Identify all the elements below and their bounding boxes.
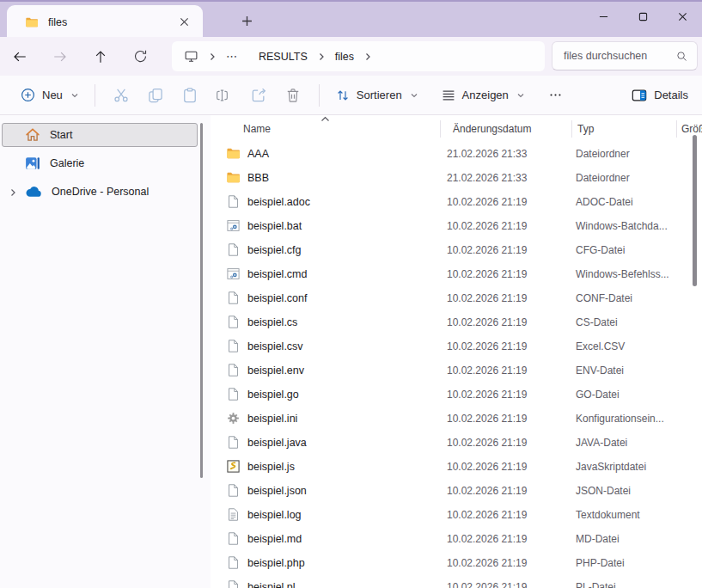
file-row[interactable]: beispiel.java10.02.2026 21:19JAVA-Datei — [211, 431, 702, 455]
search-box[interactable] — [552, 41, 698, 70]
folder-tab-icon — [25, 15, 39, 29]
file-name: beispiel.log — [247, 509, 302, 521]
breadcrumb[interactable]: ⋯ RESULTS files — [172, 41, 545, 71]
breadcrumb-item-results[interactable]: RESULTS — [259, 51, 308, 63]
close-button[interactable] — [662, 2, 702, 31]
sort-button-label: Sortieren — [357, 89, 402, 101]
file-row[interactable]: beispiel.php10.02.2026 21:19PHP-Datei — [211, 551, 702, 575]
file-row[interactable]: beispiel.ini10.02.2026 21:19Konfiguratio… — [211, 407, 702, 431]
view-list-icon — [441, 88, 456, 103]
sidebar-item-label: Galerie — [50, 157, 84, 169]
chevron-right-icon — [363, 52, 372, 61]
new-button-label: Neu — [42, 89, 63, 101]
breadcrumb-overflow-button[interactable]: ⋯ — [226, 50, 238, 63]
more-options-button[interactable] — [539, 82, 573, 109]
file-type: Textdokument — [576, 509, 640, 521]
file-row[interactable]: beispiel.adoc10.02.2026 21:19ADOC-Datei — [211, 190, 702, 214]
details-pane-button[interactable]: Details — [624, 82, 702, 109]
column-separator[interactable] — [440, 120, 441, 138]
sidebar-item-onedrive-personal[interactable]: OneDrive - Personal — [2, 180, 198, 204]
batch-icon — [226, 218, 241, 233]
file-name: beispiel.bat — [247, 220, 302, 232]
file-modified-date: 10.02.2026 21:19 — [447, 268, 527, 280]
toolbar-divider — [95, 84, 95, 107]
file-modified-date: 10.02.2026 21:19 — [447, 509, 527, 521]
file-icon — [226, 339, 241, 353]
file-name: beispiel.env — [247, 364, 304, 377]
new-tab-button[interactable] — [236, 10, 257, 31]
file-type: JAVA-Datei — [576, 437, 627, 449]
tab-close-icon[interactable] — [175, 14, 192, 31]
this-pc-monitor-icon[interactable] — [184, 49, 198, 64]
title-bar: files — [0, 0, 702, 37]
refresh-button[interactable] — [131, 47, 150, 65]
column-header-size[interactable]: Größe — [681, 123, 702, 135]
address-bar-row: ⋯ RESULTS files — [0, 37, 702, 76]
file-row[interactable]: beispiel.conf10.02.2026 21:19CONF-Datei — [211, 286, 702, 310]
column-header-name[interactable]: Name — [243, 123, 271, 135]
file-modified-date: 10.02.2026 21:19 — [447, 533, 527, 545]
file-row[interactable]: beispiel.csv10.02.2026 21:19Excel.CSV — [211, 334, 702, 358]
up-button[interactable] — [91, 47, 109, 65]
chevron-down-icon — [70, 91, 79, 100]
back-button[interactable] — [10, 47, 28, 65]
file-modified-date: 10.02.2026 21:19 — [447, 292, 527, 304]
file-type: GO-Datei — [576, 389, 620, 401]
column-header-type[interactable]: Typ — [577, 123, 594, 135]
breadcrumb-item-files[interactable]: files — [335, 51, 354, 63]
sidebar-items: StartGalerieOneDrive - Personal — [0, 123, 211, 204]
details-button-label: Details — [654, 89, 688, 101]
search-input[interactable] — [564, 50, 675, 62]
file-row[interactable]: beispiel.cmd10.02.2026 21:19Windows-Befe… — [211, 262, 702, 286]
file-name: beispiel.cmd — [247, 268, 307, 280]
file-type: ENV-Datei — [576, 364, 624, 377]
file-row[interactable]: beispiel.go10.02.2026 21:19GO-Datei — [211, 383, 702, 407]
sidebar-item-start[interactable]: Start — [2, 123, 198, 147]
sidebar-item-galerie[interactable]: Galerie — [2, 151, 198, 175]
column-separator[interactable] — [676, 120, 677, 138]
new-button[interactable]: Neu — [13, 82, 86, 108]
file-name: beispiel.pl — [247, 581, 296, 588]
column-separator[interactable] — [571, 120, 572, 138]
file-type: CONF-Datei — [576, 292, 632, 304]
sort-ascending-caret-icon — [320, 116, 330, 122]
file-name: beispiel.conf — [247, 292, 308, 304]
maximize-button[interactable] — [623, 2, 662, 31]
chevron-right-icon — [317, 52, 326, 61]
forward-button[interactable] — [51, 47, 69, 65]
details-pane-icon — [631, 87, 648, 104]
file-row[interactable]: AAA21.02.2026 21:33Dateiordner — [211, 142, 702, 166]
file-row[interactable]: beispiel.md10.02.2026 21:19MD-Datei — [211, 527, 702, 551]
file-row[interactable]: beispiel.bat10.02.2026 21:19Windows-Batc… — [211, 214, 702, 238]
file-modified-date: 10.02.2026 21:19 — [447, 461, 527, 473]
sidebar-scrollbar[interactable] — [200, 123, 203, 478]
sort-button[interactable]: Sortieren — [328, 83, 425, 108]
vertical-scrollbar[interactable] — [693, 135, 697, 286]
share-button[interactable] — [241, 82, 276, 109]
cut-button[interactable] — [104, 82, 138, 109]
expand-chevron-icon[interactable] — [9, 188, 17, 197]
paste-button[interactable] — [173, 82, 207, 109]
file-icon — [226, 363, 241, 377]
file-name: AAA — [247, 148, 269, 160]
file-icon — [226, 315, 241, 329]
copy-button[interactable] — [138, 82, 173, 109]
rename-button[interactable] — [207, 82, 241, 109]
gear-icon — [226, 411, 241, 426]
chevron-down-icon — [410, 91, 418, 100]
file-row[interactable]: beispiel.env10.02.2026 21:19ENV-Datei — [211, 358, 702, 383]
file-row[interactable]: beispiel.json10.02.2026 21:19JSON-Datei — [211, 479, 702, 503]
view-button[interactable]: Anzeigen — [434, 83, 532, 108]
file-row[interactable]: beispiel.cfg10.02.2026 21:19CFG-Datei — [211, 238, 702, 262]
file-row[interactable]: beispiel.cs10.02.2026 21:19CS-Datei — [211, 310, 702, 334]
file-row[interactable]: beispiel.pl10.02.2026 21:19PL-Datei — [211, 575, 702, 588]
file-row[interactable]: beispiel.js10.02.2026 21:19JavaSkriptdat… — [211, 455, 702, 479]
file-row[interactable]: beispiel.log10.02.2026 21:19Textdokument — [211, 503, 702, 527]
delete-button[interactable] — [276, 82, 310, 109]
explorer-tab[interactable]: files — [7, 5, 203, 39]
search-icon[interactable] — [675, 50, 688, 63]
file-row[interactable]: BBB21.02.2026 21:33Dateiordner — [211, 166, 702, 190]
minimize-button[interactable] — [583, 2, 623, 31]
toolbar-divider — [319, 84, 320, 107]
column-header-modified[interactable]: Änderungsdatum — [453, 123, 531, 135]
